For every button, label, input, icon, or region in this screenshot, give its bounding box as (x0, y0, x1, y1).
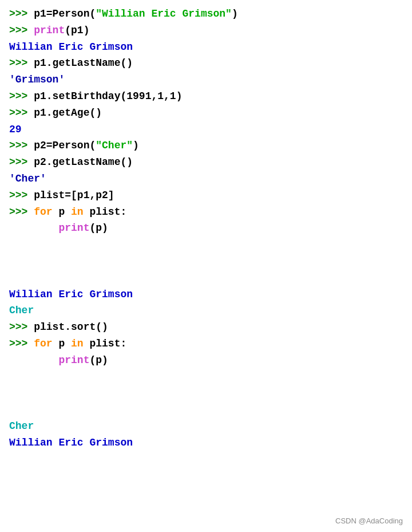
code-line: >>> plist=[p1,p2] (9, 187, 403, 204)
code-line (9, 253, 403, 270)
code-token: plist.sort() (34, 321, 108, 333)
code-token: Willian Eric Grimson (9, 289, 133, 300)
code-line: >>> p1.setBirthday(1991,1,1) (9, 88, 403, 105)
code-token: Cher (9, 420, 34, 432)
code-token (9, 354, 58, 366)
code-line: >>> for p in plist: (9, 336, 403, 352)
watermark-label: CSDN @AdaCoding (335, 517, 403, 525)
code-line (9, 270, 403, 286)
code-token: print (58, 354, 89, 366)
code-token: for (34, 206, 52, 218)
code-output: >>> p1=Person("Willian Eric Grimson")>>>… (9, 6, 403, 451)
code-token: p2=Person( (34, 140, 96, 151)
code-line: Willian Eric Grimson (9, 39, 403, 56)
code-token: 'Grimson' (9, 74, 65, 85)
code-token: ) (133, 140, 139, 151)
code-token: Willian Eric Grimson (9, 437, 133, 448)
code-token: plist=[p1,p2] (34, 190, 114, 201)
code-token: print (34, 25, 65, 36)
code-token: >>> (9, 107, 34, 119)
code-token: "Cher" (96, 140, 133, 151)
code-token: p1.getLastName() (34, 57, 133, 69)
code-line: 29 (9, 121, 403, 138)
code-token: plist: (84, 338, 127, 349)
code-token (9, 222, 58, 234)
code-token: 29 (9, 124, 22, 135)
code-token: >>> (9, 190, 34, 201)
code-line: >>> for p in plist: (9, 204, 403, 220)
code-line: Willian Eric Grimson (9, 286, 403, 303)
code-token: p1.getAge() (34, 107, 102, 119)
code-line: >>> p1.getLastName() (9, 55, 403, 72)
code-token: plist: (84, 206, 127, 218)
code-token: print (58, 222, 89, 234)
code-token: (p1) (65, 25, 89, 36)
code-line: print(p) (9, 220, 403, 237)
code-token: 'Cher' (9, 173, 46, 184)
code-token: >>> (9, 8, 34, 19)
code-token: Willian Eric Grimson (9, 41, 133, 53)
code-token: p1=Person( (34, 8, 96, 19)
code-token: >>> (9, 338, 34, 349)
code-token: >>> (9, 156, 34, 168)
code-token: Cher (9, 305, 34, 316)
code-line: Willian Eric Grimson (9, 435, 403, 451)
code-line: >>> print(p1) (9, 22, 403, 39)
code-token: "Willian Eric Grimson" (96, 8, 232, 19)
code-line: >>> p1.getAge() (9, 105, 403, 121)
code-token: in (71, 338, 84, 349)
code-token: >>> (9, 206, 34, 218)
code-token: for (34, 338, 52, 349)
code-line: print(p) (9, 352, 403, 369)
code-line: Cher (9, 302, 403, 319)
code-token: >>> (9, 25, 34, 36)
code-line (9, 369, 403, 385)
code-line: >>> plist.sort() (9, 319, 403, 336)
code-line: >>> p2.getLastName() (9, 154, 403, 171)
code-token: p (53, 338, 71, 349)
code-token: p (53, 206, 71, 218)
code-line (9, 237, 403, 253)
code-token: p1.setBirthday(1991,1,1) (34, 90, 182, 102)
code-line: 'Grimson' (9, 72, 403, 88)
code-token: >>> (9, 57, 34, 69)
code-line: >>> p2=Person("Cher") (9, 137, 403, 154)
code-line (9, 385, 403, 401)
code-token: (p) (89, 222, 108, 234)
code-token: >>> (9, 90, 34, 102)
code-token: (p) (89, 354, 108, 366)
code-token: in (71, 206, 84, 218)
code-token: >>> (9, 321, 34, 333)
code-line: Cher (9, 418, 403, 435)
code-token: ) (232, 8, 238, 19)
code-token: >>> (9, 140, 34, 151)
code-line: >>> p1=Person("Willian Eric Grimson") (9, 6, 403, 22)
code-token: p2.getLastName() (34, 156, 133, 168)
code-line: 'Cher' (9, 171, 403, 187)
code-line (9, 401, 403, 418)
